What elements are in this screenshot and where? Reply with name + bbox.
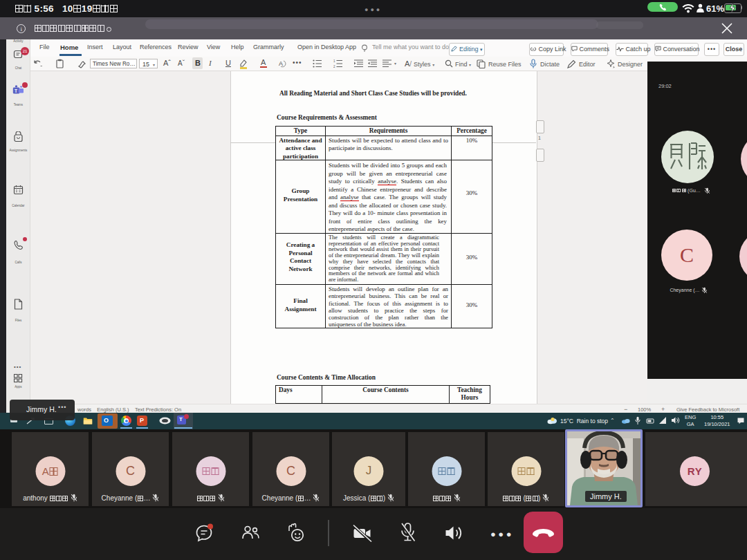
- svg-text:A: A: [279, 60, 283, 67]
- svg-text:2: 2: [333, 65, 335, 68]
- svg-text:T: T: [15, 88, 17, 93]
- svg-text:1: 1: [333, 59, 335, 63]
